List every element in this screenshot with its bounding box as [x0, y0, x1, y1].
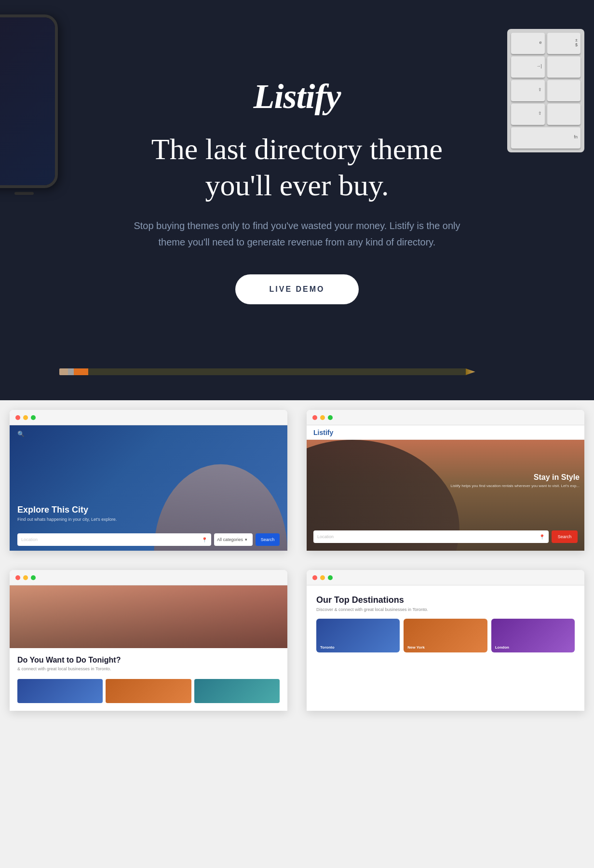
browser-dot-red-3 — [15, 575, 20, 580]
demo4-card-3: London — [491, 619, 575, 652]
search-icon: 🔍 — [17, 431, 25, 437]
demo4-screenshot: Our Top Destinations Discover & connect … — [307, 585, 584, 692]
demo1-hero-text: Explore This City Find out whats happeni… — [17, 505, 117, 522]
browser-chrome-4 — [307, 570, 584, 585]
demo2-search-button[interactable]: Search — [552, 530, 578, 543]
demo4-card-1: Toronto — [316, 619, 400, 652]
demo1-search-button[interactable]: Search — [256, 533, 280, 546]
browser-dot-green-3 — [31, 575, 36, 580]
demo3-thumb-2 — [106, 679, 191, 703]
demo-card-2: Listify Stay in Style Listify helps you … — [307, 410, 584, 551]
hero-content: Listify The last directory theme you'll … — [128, 77, 466, 304]
location-icon-2: 📍 — [539, 534, 545, 540]
demo2-bg: Stay in Style Listify helps you find vac… — [307, 440, 584, 551]
demo3-screenshot: Do You Want to Do Tonight? & connect wit… — [10, 585, 287, 711]
phone-mockup — [0, 14, 77, 217]
demo1-search-bar: Location 📍 All categories ▾ Search — [17, 533, 280, 546]
demo-card-4: Our Top Destinations Discover & connect … — [307, 570, 584, 711]
demo3-thumb-1 — [17, 679, 103, 703]
demo4-card-2: New York — [404, 619, 487, 652]
browser-dot-red-2 — [312, 415, 317, 420]
demo1-category-select: All categories ▾ — [214, 533, 253, 546]
demo4-title: Our Top Destinations — [316, 595, 575, 605]
browser-dot-yellow-1 — [23, 415, 28, 420]
browser-dot-yellow-2 — [320, 415, 325, 420]
demo2-subtitle: Listify helps you find vacation rentals … — [451, 484, 580, 488]
demo1-title: Explore This City — [17, 505, 117, 515]
demo-card-1: 🔍 Explore ▾ Learn ▾ Blog Adam Pickering … — [10, 410, 287, 551]
demo4-subtitle: Discover & connect with great local busi… — [316, 607, 575, 612]
demo2-location-input: Location 📍 — [313, 530, 549, 543]
brand-logo: Listify — [128, 77, 466, 117]
demo3-thumbnails — [10, 679, 287, 711]
demo2-search-bar: Location 📍 Search — [313, 530, 578, 543]
demo-card-3: Do You Want to Do Tonight? & connect wit… — [10, 570, 287, 711]
live-demo-button[interactable]: LIVE DEMO — [235, 274, 358, 304]
hero-subtitle: Stop buying themes only to find you've w… — [128, 217, 466, 250]
browser-chrome-1 — [10, 410, 287, 425]
location-icon: 📍 — [202, 537, 207, 542]
demo2-screenshot: Listify Stay in Style Listify helps you … — [307, 425, 584, 551]
browser-dot-yellow-3 — [23, 575, 28, 580]
browser-dot-green-4 — [328, 575, 333, 580]
demo3-thumb-3 — [194, 679, 280, 703]
browser-chrome-2 — [307, 410, 584, 425]
hero-section: e ±$ →| ⇪ ⇧ fn Listify The last director… — [0, 0, 594, 400]
browser-dot-red-4 — [312, 575, 317, 580]
demo1-location-input: Location 📍 — [17, 533, 211, 546]
demo3-subtitle: & connect with great local businesses in… — [17, 666, 280, 671]
demo2-title: Stay in Style — [451, 473, 580, 482]
demo2-brand: Listify — [307, 425, 584, 440]
browser-dot-red-1 — [15, 415, 20, 420]
demo2-location-placeholder: Location — [317, 534, 334, 539]
demo3-hero-image — [10, 585, 287, 648]
demo3-title: Do You Want to Do Tonight? — [17, 656, 280, 665]
browser-dot-green-2 — [328, 415, 333, 420]
screenshots-section: 🔍 Explore ▾ Learn ▾ Blog Adam Pickering … — [0, 400, 594, 560]
browser-chrome-3 — [10, 570, 287, 585]
hero-title: The last directory theme you'll ever buy… — [128, 131, 466, 203]
demo1-subtitle: Find out whats happening in your city, L… — [17, 517, 117, 522]
browser-dot-yellow-4 — [320, 575, 325, 580]
demo3-text: Do You Want to Do Tonight? & connect wit… — [10, 648, 287, 679]
screenshots-bottom: Do You Want to Do Tonight? & connect wit… — [0, 560, 594, 720]
demo4-grid: Toronto New York London — [316, 619, 575, 652]
demo2-hero-text: Stay in Style Listify helps you find vac… — [451, 473, 580, 488]
browser-dot-green-1 — [31, 415, 36, 420]
keyboard-mockup: e ±$ →| ⇪ ⇧ fn — [507, 29, 594, 270]
pencil-decoration — [59, 367, 475, 376]
demo1-screenshot: 🔍 Explore ▾ Learn ▾ Blog Adam Pickering … — [10, 425, 287, 551]
